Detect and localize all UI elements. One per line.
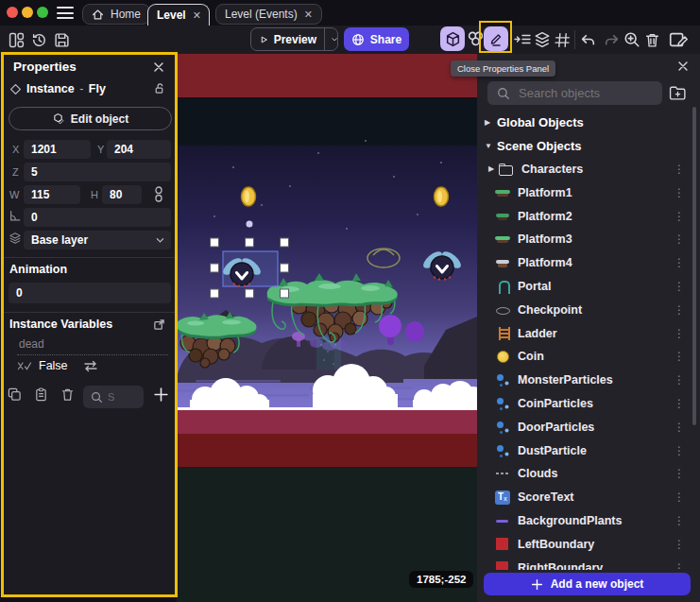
object-item-platform3[interactable]: Platform3⋮ bbox=[477, 228, 700, 251]
redo-button[interactable] bbox=[602, 31, 620, 48]
scrollbar[interactable] bbox=[692, 107, 696, 425]
particles-icon bbox=[495, 443, 510, 458]
item-menu-icon[interactable]: ⋮ bbox=[674, 232, 685, 246]
swap-value-icon[interactable] bbox=[83, 360, 98, 372]
coin-sprite[interactable] bbox=[435, 187, 449, 206]
preview-button[interactable]: Preview bbox=[250, 27, 338, 51]
edit-events-button[interactable] bbox=[667, 29, 690, 50]
object-item-coinparticles[interactable]: CoinParticles⋮ bbox=[477, 392, 700, 416]
object-item-platform4[interactable]: Platform4⋮ bbox=[477, 251, 700, 275]
maximize-window-button[interactable] bbox=[37, 7, 48, 18]
object-item-clouds[interactable]: Clouds⋮ bbox=[477, 462, 700, 486]
objects-search-input[interactable] bbox=[519, 86, 660, 100]
link-dimensions-icon[interactable] bbox=[153, 186, 164, 202]
layer-select[interactable]: Base layer bbox=[24, 231, 171, 249]
instances-list-button[interactable] bbox=[513, 30, 532, 47]
save-button[interactable] bbox=[53, 31, 70, 48]
object-item-monsterparticles[interactable]: MonsterParticles⋮ bbox=[477, 369, 700, 392]
copy-icon[interactable] bbox=[8, 387, 22, 402]
add-object-button[interactable]: Add a new object bbox=[484, 573, 691, 595]
history-button[interactable] bbox=[30, 31, 47, 48]
item-menu-icon[interactable]: ⋮ bbox=[674, 538, 685, 551]
item-menu-icon[interactable]: ⋮ bbox=[674, 467, 685, 480]
project-manager-button[interactable] bbox=[8, 31, 25, 48]
item-menu-icon[interactable]: ⋮ bbox=[674, 163, 685, 176]
item-menu-icon[interactable]: ⋮ bbox=[674, 561, 685, 570]
item-menu-icon[interactable]: ⋮ bbox=[674, 444, 685, 457]
delete-button[interactable] bbox=[643, 31, 661, 48]
x-input[interactable] bbox=[24, 140, 91, 159]
particles-icon bbox=[495, 372, 510, 387]
layers-button[interactable] bbox=[533, 30, 552, 48]
item-menu-icon[interactable]: ⋮ bbox=[674, 350, 685, 363]
app-window: Home Level ✕ Level (Events) ✕ Preview bbox=[0, 0, 700, 602]
angle-input[interactable] bbox=[24, 208, 171, 227]
open-variables-icon[interactable] bbox=[153, 318, 165, 331]
share-button[interactable]: Share bbox=[344, 27, 409, 51]
object-item-portal[interactable]: Portal⋮ bbox=[477, 275, 700, 299]
item-menu-icon[interactable]: ⋮ bbox=[674, 303, 685, 317]
coin-sprite[interactable] bbox=[242, 187, 256, 206]
item-menu-icon[interactable]: ⋮ bbox=[674, 186, 685, 199]
object-item-checkpoint[interactable]: Checkpoint⋮ bbox=[477, 298, 700, 321]
group-global-objects[interactable]: ▶ Global Objects bbox=[477, 111, 700, 134]
add-variable-icon[interactable] bbox=[153, 387, 169, 403]
variable-name[interactable]: dead bbox=[19, 337, 44, 351]
grid-button[interactable] bbox=[554, 31, 571, 48]
item-menu-icon[interactable]: ⋮ bbox=[674, 397, 685, 410]
unlock-icon[interactable] bbox=[153, 82, 165, 95]
zoom-in-button[interactable] bbox=[623, 31, 640, 48]
3d-view-button[interactable] bbox=[440, 26, 465, 51]
object-item-rightboundary[interactable]: RightBoundary⋮ bbox=[477, 556, 700, 570]
item-menu-icon[interactable]: ⋮ bbox=[674, 373, 685, 387]
tab-level-events-close-icon[interactable]: ✕ bbox=[304, 9, 313, 21]
object-item-backgroundplants[interactable]: BackgroundPlants⋮ bbox=[477, 509, 700, 533]
tab-level[interactable]: Level ✕ bbox=[147, 4, 210, 26]
undo-button[interactable] bbox=[579, 31, 597, 48]
chevron-down-icon[interactable] bbox=[332, 36, 337, 43]
paste-icon[interactable] bbox=[34, 387, 48, 402]
object-item-dustparticle[interactable]: DustParticle⋮ bbox=[477, 439, 700, 462]
edit-object-button[interactable]: Edit object bbox=[9, 107, 172, 130]
menu-icon[interactable] bbox=[57, 7, 74, 19]
close-window-button[interactable] bbox=[7, 7, 18, 18]
item-menu-icon[interactable]: ⋮ bbox=[674, 210, 685, 223]
object-item-platform2[interactable]: Platform2⋮ bbox=[477, 204, 700, 228]
add-folder-icon[interactable] bbox=[669, 84, 687, 101]
trash-icon[interactable] bbox=[60, 387, 75, 402]
object-item-leftboundary[interactable]: LeftBoundary⋮ bbox=[477, 532, 700, 556]
item-menu-icon[interactable]: ⋮ bbox=[674, 256, 685, 269]
objects-search[interactable] bbox=[487, 81, 662, 105]
object-item-characters[interactable]: ▶Characters⋮ bbox=[477, 158, 700, 181]
close-objects-icon[interactable] bbox=[677, 60, 689, 72]
tab-level-events[interactable]: Level (Events) ✕ bbox=[215, 4, 322, 25]
item-menu-icon[interactable]: ⋮ bbox=[674, 514, 685, 527]
top-boundary bbox=[177, 54, 477, 97]
variables-search-input[interactable]: S bbox=[83, 386, 144, 408]
scene-canvas[interactable] bbox=[177, 54, 477, 602]
object-item-platform1[interactable]: Platform1⋮ bbox=[477, 181, 700, 204]
checkpoint-icon bbox=[495, 302, 510, 318]
tab-level-close-icon[interactable]: ✕ bbox=[193, 9, 201, 22]
close-properties-icon[interactable] bbox=[153, 61, 164, 73]
height-input[interactable] bbox=[102, 185, 142, 204]
minimize-window-button[interactable] bbox=[22, 7, 33, 18]
object-item-coin[interactable]: Coin⋮ bbox=[477, 345, 700, 369]
item-menu-icon[interactable]: ⋮ bbox=[674, 280, 685, 293]
home-icon bbox=[92, 9, 104, 21]
object-item-doorparticles[interactable]: DoorParticles⋮ bbox=[477, 415, 700, 439]
variable-value[interactable]: False bbox=[39, 359, 68, 372]
item-menu-icon[interactable]: ⋮ bbox=[674, 327, 685, 340]
animation-input[interactable] bbox=[9, 283, 171, 303]
group-scene-objects[interactable]: ▼ Scene Objects bbox=[477, 134, 700, 158]
width-input[interactable] bbox=[24, 185, 80, 204]
tab-home[interactable]: Home bbox=[82, 4, 150, 25]
object-item-ladder[interactable]: Ladder⋮ bbox=[477, 321, 700, 345]
h-label: H bbox=[91, 189, 98, 200]
z-input[interactable] bbox=[24, 163, 171, 181]
item-menu-icon[interactable]: ⋮ bbox=[674, 490, 685, 504]
y-input[interactable] bbox=[107, 140, 171, 159]
object-item-scoretext[interactable]: ScoreText⋮ bbox=[477, 486, 700, 509]
item-menu-icon[interactable]: ⋮ bbox=[674, 421, 685, 434]
boolean-icon bbox=[17, 361, 32, 371]
